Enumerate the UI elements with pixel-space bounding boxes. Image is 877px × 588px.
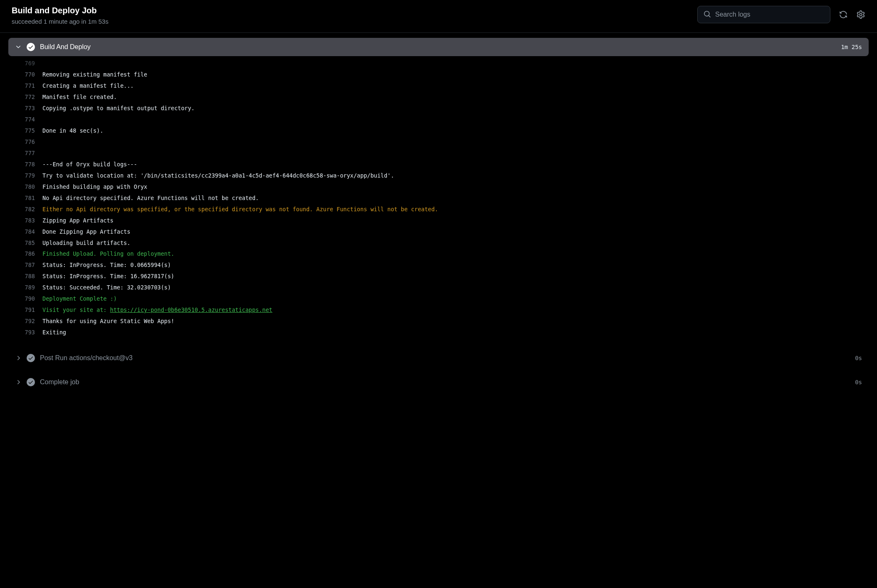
log-line: 780Finished building app with Oryx	[8, 181, 869, 193]
line-number: 789	[21, 282, 42, 293]
line-number: 787	[21, 260, 42, 270]
log-line: 792Thanks for using Azure Static Web App…	[8, 316, 869, 327]
step-duration: 0s	[855, 355, 862, 361]
step-duration: 1m 25s	[841, 44, 862, 50]
log-line: 773Copying .ostype to manifest output di…	[8, 103, 869, 114]
line-text: Visit your site at: https://icy-pond-0b6…	[42, 305, 273, 315]
line-number: 781	[21, 193, 42, 203]
log-line: 793Exiting	[8, 327, 869, 338]
line-text: Copying .ostype to manifest output direc…	[42, 103, 195, 114]
log-line: 790Deployment Complete :)	[8, 293, 869, 304]
line-text: Exiting	[42, 327, 66, 338]
log-line: 777	[8, 148, 869, 159]
log-line: 787Status: InProgress. Time: 0.0665994(s…	[8, 259, 869, 271]
line-text: Either no Api directory was specified, o…	[42, 204, 438, 215]
line-number: 776	[21, 137, 42, 147]
log-line: 786Finished Upload. Polling on deploymen…	[8, 248, 869, 259]
line-number: 790	[21, 294, 42, 304]
chevron-down-icon	[15, 44, 22, 50]
line-text: Zipping App Artifacts	[42, 215, 114, 226]
log-lines: 769770Removing existing manifest file771…	[8, 56, 869, 343]
line-text: Done Zipping App Artifacts	[42, 227, 130, 237]
page-header: Build and Deploy Job succeeded 1 minute …	[0, 0, 877, 33]
log-line: 776	[8, 136, 869, 148]
line-number: 784	[21, 227, 42, 237]
step-title: Build And Deploy	[40, 43, 836, 51]
line-number: 786	[21, 249, 42, 259]
line-number: 771	[21, 81, 42, 91]
line-text: Done in 48 sec(s).	[42, 126, 103, 136]
log-line: 788Status: InProgress. Time: 16.9627817(…	[8, 271, 869, 282]
line-number: 769	[21, 58, 42, 69]
log-line: 791Visit your site at: https://icy-pond-…	[8, 304, 869, 316]
log-line: 783Zipping App Artifacts	[8, 215, 869, 226]
header-title-block: Build and Deploy Job succeeded 1 minute …	[12, 6, 109, 25]
log-line: 778---End of Oryx build logs---	[8, 159, 869, 170]
step-title: Post Run actions/checkout@v3	[40, 354, 850, 362]
line-text: Uploading build artifacts.	[42, 238, 130, 248]
line-text: Status: InProgress. Time: 0.0665994(s)	[42, 260, 171, 270]
page-subtitle: succeeded 1 minute ago in 1m 53s	[12, 18, 109, 25]
line-number: 774	[21, 114, 42, 125]
line-text: Status: Succeeded. Time: 32.0230703(s)	[42, 282, 171, 293]
line-number: 770	[21, 69, 42, 80]
chevron-right-icon	[15, 379, 22, 385]
chevron-right-icon	[15, 355, 22, 361]
check-circle-icon	[27, 354, 35, 362]
line-number: 791	[21, 305, 42, 315]
line-text: Finished Upload. Polling on deployment.	[42, 249, 174, 259]
line-text: Status: InProgress. Time: 16.9627817(s)	[42, 271, 174, 282]
log-line: 779Try to validate location at: '/bin/st…	[8, 170, 869, 181]
step-header[interactable]: Complete job0s	[8, 373, 869, 391]
line-text: Try to validate location at: '/bin/stati…	[42, 170, 394, 181]
line-text: Finished building app with Oryx	[42, 182, 147, 192]
line-number: 779	[21, 170, 42, 181]
log-line: 769	[8, 58, 869, 69]
line-number: 773	[21, 103, 42, 114]
log-line: 775Done in 48 sec(s).	[8, 125, 869, 136]
search-icon	[704, 10, 715, 19]
settings-button[interactable]	[856, 10, 865, 19]
search-input[interactable]	[715, 11, 824, 18]
line-number: 788	[21, 271, 42, 282]
line-text: No Api directory specified. Azure Functi…	[42, 193, 259, 203]
line-text: Thanks for using Azure Static Web Apps!	[42, 316, 174, 326]
refresh-button[interactable]	[839, 10, 848, 19]
log-line: 789Status: Succeeded. Time: 32.0230703(s…	[8, 282, 869, 293]
step-header[interactable]: Build And Deploy1m 25s	[8, 38, 869, 56]
log-content: Build And Deploy1m 25s769770Removing exi…	[0, 33, 877, 396]
line-number: 775	[21, 126, 42, 136]
log-line: 770Removing existing manifest file	[8, 69, 869, 80]
line-number: 777	[21, 148, 42, 158]
log-line: 771Creating a manifest file...	[8, 80, 869, 91]
deployment-url-link[interactable]: https://icy-pond-0b6e30510.5.azurestatic…	[110, 306, 273, 313]
line-number: 782	[21, 204, 42, 215]
log-line: 774	[8, 114, 869, 125]
log-line: 781No Api directory specified. Azure Fun…	[8, 193, 869, 204]
line-number: 780	[21, 182, 42, 192]
log-line: 785Uploading build artifacts.	[8, 237, 869, 249]
line-number: 785	[21, 238, 42, 248]
step-header[interactable]: Post Run actions/checkout@v30s	[8, 349, 869, 367]
line-number: 793	[21, 327, 42, 338]
log-line: 772Manifest file created.	[8, 91, 869, 103]
line-number: 783	[21, 215, 42, 226]
check-circle-icon	[27, 378, 35, 386]
line-number: 772	[21, 92, 42, 102]
log-line: 782Either no Api directory was specified…	[8, 204, 869, 215]
check-circle-icon	[27, 43, 35, 51]
line-text: Deployment Complete :)	[42, 294, 117, 304]
log-line: 784Done Zipping App Artifacts	[8, 226, 869, 237]
step-title: Complete job	[40, 378, 850, 386]
header-actions	[697, 6, 865, 23]
search-logs-box[interactable]	[697, 6, 830, 23]
step-duration: 0s	[855, 379, 862, 385]
line-text: Removing existing manifest file	[42, 69, 147, 80]
line-number: 778	[21, 159, 42, 170]
line-text: ---End of Oryx build logs---	[42, 159, 137, 170]
page-title: Build and Deploy Job	[12, 6, 109, 15]
line-text: Manifest file created.	[42, 92, 117, 102]
line-text: Creating a manifest file...	[42, 81, 134, 91]
line-number: 792	[21, 316, 42, 326]
